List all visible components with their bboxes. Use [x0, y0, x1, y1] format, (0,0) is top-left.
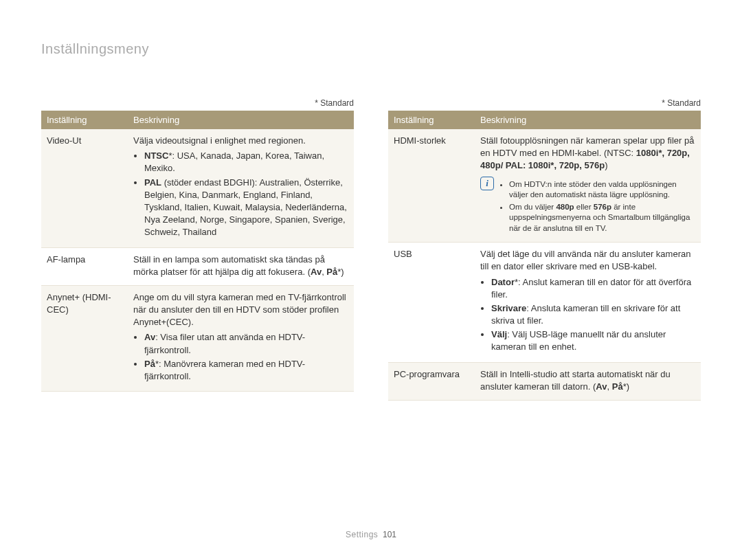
pal-label: PAL — [144, 177, 161, 188]
right-column: * Standard Inställning Beskrivning HDMI-… — [388, 98, 701, 401]
table-row: Video-Ut Välja videoutsignal i enlighet … — [41, 129, 354, 247]
setting-label: AF-lampa — [41, 247, 128, 285]
text: *) — [623, 381, 629, 392]
opt-dator: Dator — [491, 277, 515, 287]
th-description: Beskrivning — [475, 111, 701, 129]
table-row: AF-lampa Ställ in en lampa som automatis… — [41, 247, 354, 285]
res-576p: 576p — [594, 203, 611, 211]
text: eller — [574, 203, 594, 211]
footer: Settings 101 — [0, 530, 742, 539]
opt-pa: På — [144, 359, 155, 369]
th-setting: Inställning — [41, 111, 128, 129]
text: Ställ in en lampa som automatiskt ska tä… — [133, 254, 325, 277]
list-item: Välj: Välj USB-läge manuellt när du ansl… — [491, 328, 695, 353]
text: Ange om du vill styra kameran med en TV-… — [133, 292, 346, 327]
setting-description: Ange om du vill styra kameran med en TV-… — [128, 285, 354, 391]
setting-label: HDMI-storlek — [388, 129, 475, 243]
text: : Välj USB-läge manuellt när du ansluter… — [491, 329, 666, 352]
text: Välja videoutsignal i enlighet med regio… — [133, 135, 306, 146]
setting-label: Anynet+ (HDMI-CEC) — [41, 285, 128, 391]
setting-description: Välja videoutsignal i enlighet med regio… — [128, 129, 354, 247]
settings-table-left: Inställning Beskrivning Video-Ut Välja v… — [41, 111, 354, 392]
table-row: USB Välj det läge du vill använda när du… — [388, 243, 701, 363]
text: ) — [605, 160, 607, 170]
page-title: Inställningsmeny — [41, 41, 701, 57]
setting-label: PC-programvara — [388, 362, 475, 400]
setting-label: Video-Ut — [41, 129, 128, 247]
text: *: Anslut kameran till en dator för att … — [491, 277, 691, 300]
standard-label-left: * Standard — [41, 98, 354, 108]
setting-description: Ställ fotoupplösningen när kameran spela… — [475, 129, 701, 243]
standard-label-right: * Standard — [388, 98, 701, 108]
note-text: Om HDTV:n inte stöder den valda upplösni… — [499, 177, 695, 236]
opt-av: Av — [311, 267, 322, 277]
footer-page: 101 — [383, 530, 396, 539]
text: Välj det läge du vill använda när du ans… — [480, 249, 690, 271]
res-480p: 480p — [556, 203, 574, 211]
opt-av: Av — [596, 381, 607, 392]
settings-table-right: Inställning Beskrivning HDMI-storlek Stä… — [388, 111, 701, 401]
setting-description: Välj det läge du vill använda när du ans… — [475, 243, 701, 363]
note-box: i Om HDTV:n inte stöder den valda upplös… — [480, 177, 695, 236]
opt-av: Av — [144, 332, 155, 342]
list-item: Om HDTV:n inte stöder den valda upplösni… — [509, 179, 695, 201]
list-item: Av: Visa filer utan att använda en HDTV-… — [144, 331, 348, 356]
text: Ställ in Intelli-studio att starta autom… — [480, 369, 671, 392]
text: , — [607, 381, 612, 392]
text: *) — [337, 267, 344, 277]
th-setting: Inställning — [388, 111, 475, 129]
list-item: Om du väljer 480p eller 576p är inte upp… — [509, 202, 695, 234]
setting-label: USB — [388, 243, 475, 363]
info-icon: i — [480, 177, 494, 190]
ntsc-label: NTSC — [144, 150, 168, 161]
text: *: USA, Kanada, Japan, Korea, Taiwan, Me… — [144, 150, 324, 173]
opt-valj: Välj — [491, 329, 507, 339]
th-description: Beskrivning — [128, 111, 354, 129]
list-item: NTSC*: USA, Kanada, Japan, Korea, Taiwan… — [144, 150, 348, 175]
setting-description: Ställ in Intelli-studio att starta autom… — [475, 362, 701, 400]
text: : Visa filer utan att använda en HDTV-fj… — [144, 332, 305, 355]
setting-description: Ställ in en lampa som automatiskt ska tä… — [128, 247, 354, 285]
left-column: * Standard Inställning Beskrivning Video… — [41, 98, 354, 401]
table-row: PC-programvara Ställ in Intelli-studio a… — [388, 362, 701, 400]
opt-pa: På — [612, 381, 623, 392]
list-item: PAL (stöder endast BDGHI): Australien, Ö… — [144, 177, 348, 239]
list-item: Skrivare: Ansluta kameran till en skriva… — [491, 302, 695, 327]
text: Om du väljer — [509, 203, 556, 211]
footer-section: Settings — [346, 530, 378, 539]
opt-pa: På — [326, 267, 337, 277]
opt-skrivare: Skrivare — [491, 303, 526, 313]
list-item: Dator*: Anslut kameran till en dator för… — [491, 276, 695, 301]
table-row: HDMI-storlek Ställ fotoupplösningen när … — [388, 129, 701, 243]
table-row: Anynet+ (HDMI-CEC) Ange om du vill styra… — [41, 285, 354, 391]
text: (stöder endast BDGHI): Australien, Öster… — [144, 177, 347, 238]
list-item: På*: Manövrera kameran med en HDTV-fjärr… — [144, 358, 348, 383]
text: *: Manövrera kameran med en HDTV-fjärrko… — [144, 359, 305, 381]
